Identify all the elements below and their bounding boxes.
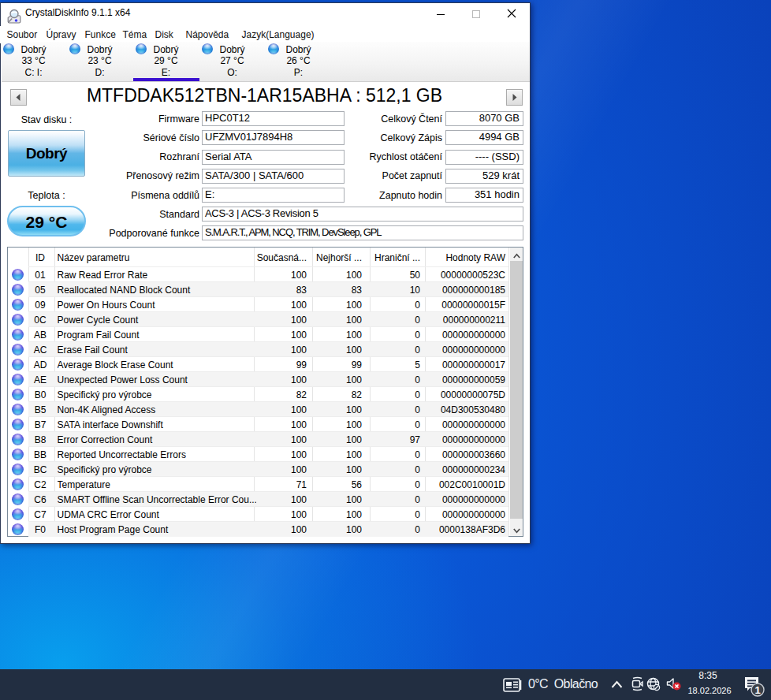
svg-text:1: 1 — [754, 684, 760, 696]
